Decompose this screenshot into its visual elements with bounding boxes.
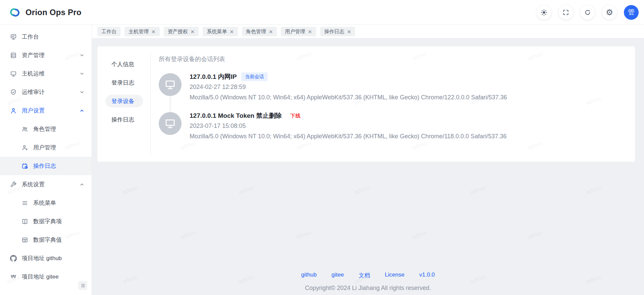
- sessions-timeline: 127.0.0.1 内网IP 当前会话 2024-02-27 12:28:59 …: [159, 72, 627, 142]
- fullscreen-button[interactable]: [558, 5, 573, 20]
- chevron-up-icon: [80, 108, 84, 113]
- user-avatar[interactable]: 管: [624, 5, 639, 20]
- footer-link-version[interactable]: v1.0.0: [419, 272, 435, 279]
- profile-menu-label: 个人信息: [111, 60, 134, 68]
- settings-gear-icon: ⚙: [606, 8, 613, 16]
- dict-book-icon: [21, 218, 28, 225]
- chevron-down-icon: [80, 53, 84, 58]
- tab-role-management[interactable]: 角色管理 ✕: [242, 27, 277, 36]
- session-item: 127.0.0.1 内网IP 当前会话 2024-02-27 12:28:59 …: [159, 72, 627, 103]
- theme-toggle-button[interactable]: [537, 5, 551, 20]
- footer-link-license[interactable]: License: [385, 272, 405, 279]
- header-actions: ⚙ 管: [537, 5, 639, 20]
- settings-button[interactable]: ⚙: [602, 5, 617, 20]
- sidebar-item-label: 资产管理: [22, 51, 45, 59]
- sidebar-item-dict-value[interactable]: 数据字典值: [0, 231, 92, 249]
- session-title: 127.0.0.1 内网IP: [190, 72, 237, 81]
- tab-label: 用户管理: [285, 29, 305, 35]
- session-user-agent: Mozilla/5.0 (Windows NT 10.0; Win64; x64…: [190, 131, 506, 142]
- tab-system-menu[interactable]: 系统菜单 ✕: [203, 27, 238, 36]
- user-plus-icon: [21, 144, 28, 151]
- tab-label: 资产授权: [168, 29, 188, 35]
- sidebar-item-host-ops[interactable]: 主机运维: [0, 64, 92, 83]
- sidebar-item-workbench[interactable]: 工作台: [0, 28, 92, 46]
- sidebar-item-label: 系统设置: [22, 181, 45, 188]
- sidebar-item-label: 主机运维: [22, 70, 45, 78]
- sidebar-item-user-management[interactable]: 用户管理: [0, 138, 92, 157]
- menu-fold-icon: [80, 283, 86, 288]
- profile-menu-item-personal-info[interactable]: 个人信息: [105, 58, 143, 70]
- theme-sun-icon: [541, 9, 547, 16]
- footer-links: github gitee 文档 License v1.0.0: [301, 272, 435, 279]
- sidebar-item-label: 数据字典值: [33, 236, 62, 244]
- sidebar-item-dict-item[interactable]: 数据字典项: [0, 212, 92, 231]
- sidebar-item-github-link[interactable]: 项目地址 github: [0, 249, 92, 267]
- tab-label: 工作台: [101, 29, 116, 35]
- profile-menu-item-login-log[interactable]: 登录日志: [105, 76, 143, 89]
- profile-menu-label: 登录设备: [111, 97, 134, 105]
- tab-close-icon[interactable]: ✕: [230, 29, 234, 34]
- chevron-up-icon: [80, 182, 84, 187]
- tab-close-icon[interactable]: ✕: [191, 29, 195, 34]
- tab-close-icon[interactable]: ✕: [308, 29, 312, 34]
- sidebar-item-role-management[interactable]: 角色管理: [0, 120, 92, 138]
- tab-close-icon[interactable]: ✕: [151, 29, 156, 34]
- tab-workbench[interactable]: 工作台: [97, 27, 120, 36]
- chevron-down-icon: [80, 71, 84, 76]
- chevron-down-icon: [80, 90, 84, 95]
- profile-menu: 个人信息 登录日志 登录设备 操作日志: [105, 53, 150, 155]
- dict-table-icon: [21, 237, 28, 243]
- operation-log-icon: [21, 163, 28, 169]
- footer-link-docs[interactable]: 文档: [359, 272, 370, 279]
- tab-host-management[interactable]: 主机管理 ✕: [125, 27, 160, 36]
- host-monitor-icon: [10, 70, 17, 77]
- user-info-card: 个人信息 登录日志 登录设备 操作日志 所有登录设备的会话列表: [97, 46, 635, 162]
- tab-operation-log[interactable]: 操作日志 ✕: [320, 27, 355, 36]
- copyright-text: Copyright© 2024 Li Jiahang All rights re…: [92, 285, 644, 292]
- session-user-agent: Mozilla/5.0 (Windows NT 10.0; Win64; x64…: [190, 92, 507, 103]
- tab-label: 系统菜单: [207, 29, 227, 35]
- sidebar-item-ops-audit[interactable]: 运维审计: [0, 83, 92, 101]
- github-icon: [10, 255, 17, 262]
- sidebar-item-operation-log[interactable]: 操作日志: [0, 157, 92, 175]
- wrench-icon: [10, 181, 17, 188]
- footer-link-github[interactable]: github: [301, 272, 316, 279]
- tab-asset-authorization[interactable]: 资产授权 ✕: [164, 27, 199, 36]
- session-item: 127.0.0.1 Mock Token 禁止删除 下线 2023-07-17 …: [159, 111, 627, 142]
- tab-user-management[interactable]: 用户管理 ✕: [281, 27, 316, 36]
- profile-menu-item-login-devices[interactable]: 登录设备: [105, 95, 143, 107]
- tab-close-icon[interactable]: ✕: [347, 29, 351, 34]
- page-footer: github gitee 文档 License v1.0.0 Copyright…: [92, 272, 644, 292]
- device-monitor-icon: [159, 112, 182, 135]
- session-offline-button[interactable]: 下线: [290, 113, 300, 119]
- sidebar-item-system-menu[interactable]: 系统菜单: [0, 194, 92, 212]
- menu-lines-icon: [21, 200, 28, 206]
- sidebar-item-label: 运维审计: [22, 88, 45, 96]
- refresh-icon: [584, 9, 591, 16]
- tab-bar: 工作台 主机管理 ✕ 资产授权 ✕ 系统菜单 ✕ 角色管理 ✕ 用户管理 ✕ 操…: [92, 25, 644, 39]
- sidebar-item-system-settings[interactable]: 系统设置: [0, 175, 92, 194]
- refresh-button[interactable]: [580, 5, 595, 20]
- tab-close-icon[interactable]: ✕: [269, 29, 273, 34]
- asset-server-icon: [10, 52, 17, 59]
- sidebar-item-label: 项目地址 gitee: [22, 273, 59, 281]
- logo-icon: [8, 6, 21, 19]
- app-logo[interactable]: Orion Ops Pro: [8, 6, 82, 19]
- session-time: 2024-02-27 12:28:59: [190, 82, 507, 92]
- sidebar-item-label: 数据字典项: [33, 217, 62, 225]
- sidebar-item-asset-management[interactable]: 资产管理: [0, 46, 92, 64]
- sidebar-collapse-button[interactable]: [78, 281, 87, 290]
- sidebar-item-label: 项目地址 github: [22, 254, 62, 262]
- sidebar-item-label: 操作日志: [33, 162, 56, 170]
- sessions-header: 所有登录设备的会话列表: [159, 55, 627, 63]
- sidebar-item-user-settings[interactable]: 用户设置: [0, 101, 92, 120]
- user-icon: [10, 107, 17, 114]
- profile-menu-label: 登录日志: [111, 79, 134, 87]
- app-title: Orion Ops Pro: [26, 8, 82, 17]
- app-header: Orion Ops Pro: [0, 0, 644, 25]
- sidebar-item-label: 系统菜单: [33, 199, 56, 207]
- device-monitor-icon: [159, 73, 182, 96]
- tab-label: 操作日志: [324, 29, 344, 35]
- footer-link-gitee[interactable]: gitee: [332, 272, 344, 279]
- profile-menu-item-operation-log[interactable]: 操作日志: [105, 113, 143, 126]
